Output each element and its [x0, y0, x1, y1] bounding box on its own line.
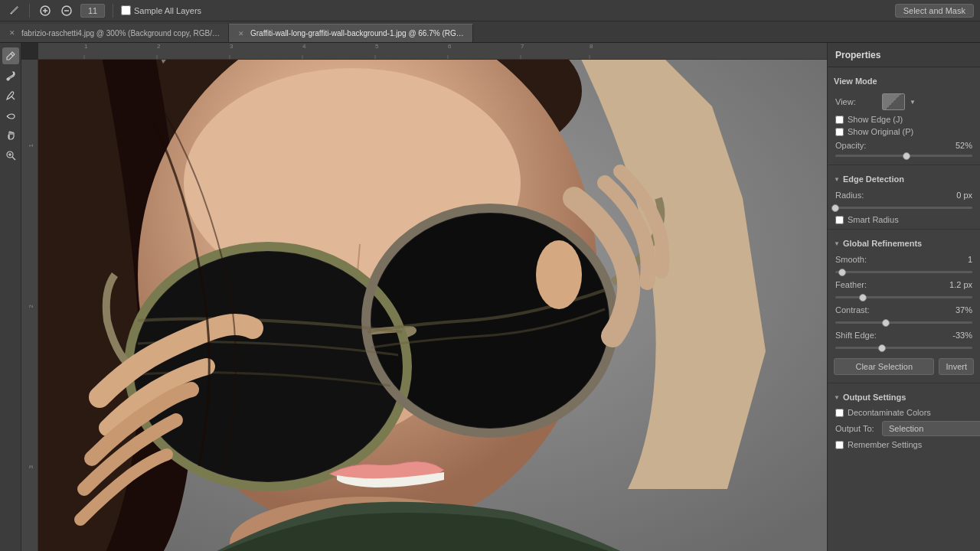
panel-header: Properties: [828, 43, 980, 67]
tools-sidebar: [0, 43, 21, 551]
show-edge-label: Show Edge (J): [848, 115, 903, 124]
svg-point-27: [134, 252, 402, 481]
show-original-row[interactable]: Show Original (P): [828, 126, 980, 138]
shift-edge-slider-container: [828, 342, 980, 354]
shift-edge-label: Shift Edge:: [835, 331, 877, 340]
divider-3: [828, 383, 980, 383]
edge-detection-header[interactable]: ▼ Edge Detection: [828, 170, 980, 188]
opacity-slider-container: [828, 150, 980, 161]
select-mask-button[interactable]: Select and Mask: [895, 4, 974, 18]
svg-point-6: [7, 78, 9, 80]
brush-tool-button[interactable]: [2, 47, 19, 64]
decontaminate-checkbox[interactable]: [835, 409, 844, 417]
mixer-brush-tool-button[interactable]: [2, 87, 19, 104]
edit-icon[interactable]: [6, 3, 21, 18]
view-thumbnail[interactable]: [882, 93, 905, 110]
show-original-checkbox[interactable]: [835, 128, 844, 136]
tab-1[interactable]: ✕ fabrizio-raschetti4.jpg @ 300% (Backgr…: [0, 24, 229, 42]
smooth-slider-track[interactable]: [835, 271, 972, 273]
remember-settings-label: Remember Settings: [848, 440, 922, 449]
main-area: 1 2 3 4 5 6 7 8: [0, 43, 980, 551]
contrast-row: Contrast: 37%: [828, 303, 980, 317]
show-edge-checkbox[interactable]: [835, 116, 844, 124]
remember-settings-checkbox[interactable]: [835, 441, 844, 449]
global-refinements-header[interactable]: ▼ Global Refinements: [828, 234, 980, 253]
view-row: View: ▼: [828, 90, 980, 113]
output-settings-label: Output Settings: [843, 393, 906, 402]
feather-slider-track[interactable]: [835, 296, 972, 298]
smart-radius-label: Smart Radius: [848, 215, 899, 224]
opacity-slider-track[interactable]: [835, 155, 972, 157]
hand-tool-button[interactable]: [2, 127, 19, 144]
divider-2: [828, 229, 980, 230]
canvas-area[interactable]: 1 2 3 4 5 6 7 8: [21, 43, 827, 551]
output-to-select[interactable]: Selection Layer Mask New Layer New Layer…: [882, 421, 980, 436]
smooth-slider-container: [828, 266, 980, 278]
sample-all-layers-label[interactable]: Sample All Layers: [121, 5, 201, 15]
top-toolbar: Sample All Layers Select and Mask: [0, 0, 980, 21]
tab-2-label: Graffiti-wall-long-graffiti-wall-backgro…: [250, 29, 465, 37]
radius-label: Radius:: [835, 191, 877, 200]
shift-edge-slider-track[interactable]: [835, 347, 972, 349]
remember-settings-row[interactable]: Remember Settings: [828, 439, 980, 451]
contrast-slider-thumb[interactable]: [882, 319, 890, 327]
divider-1: [828, 165, 980, 165]
smooth-value: 1: [968, 255, 972, 264]
tab-2[interactable]: ✕ Graffiti-wall-long-graffiti-wall-backg…: [229, 24, 473, 42]
opacity-slider-thumb[interactable]: [903, 152, 910, 160]
shift-edge-value: -33%: [952, 331, 972, 340]
zoom-tool-button[interactable]: [2, 147, 19, 164]
decontaminate-row[interactable]: Decontaminate Colors: [828, 406, 980, 419]
size-input[interactable]: [80, 4, 105, 18]
invert-button[interactable]: Invert: [939, 358, 974, 375]
radius-row: Radius: 0 px: [828, 188, 980, 202]
canvas-photo[interactable]: [38, 60, 827, 551]
svg-point-33: [536, 240, 582, 309]
feather-slider-thumb[interactable]: [859, 294, 867, 302]
feather-value: 1.2 px: [949, 280, 972, 289]
edge-detection-label: Edge Detection: [843, 174, 904, 184]
opacity-row: Opacity: 52%: [828, 138, 980, 150]
minus-icon[interactable]: [59, 3, 74, 18]
smart-radius-row[interactable]: Smart Radius: [828, 214, 980, 226]
toolbar-divider-2: [113, 4, 113, 18]
radius-slider-thumb[interactable]: [831, 204, 839, 212]
paint-brush-tool-button[interactable]: [2, 67, 19, 84]
photo-background: [38, 60, 827, 551]
view-dropdown-arrow[interactable]: ▼: [910, 99, 916, 106]
vertical-ruler: 1 2 3: [21, 60, 38, 551]
clear-selection-button[interactable]: Clear Selection: [834, 358, 934, 375]
contrast-slider-container: [828, 317, 980, 328]
action-buttons: Clear Selection Invert: [828, 354, 980, 380]
smooth-row: Smooth: 1: [828, 253, 980, 266]
sample-all-layers-checkbox[interactable]: [121, 5, 131, 15]
tab-2-close[interactable]: ✕: [237, 29, 246, 38]
smooth-slider-thumb[interactable]: [838, 269, 846, 276]
feather-slider-container: [828, 292, 980, 303]
feather-row: Feather: 1.2 px: [828, 278, 980, 292]
add-icon[interactable]: [38, 3, 53, 18]
view-label: View:: [835, 97, 877, 106]
output-to-row: Output To: Selection Layer Mask New Laye…: [828, 419, 980, 439]
global-refinements-label: Global Refinements: [843, 239, 922, 248]
contrast-value: 37%: [956, 305, 972, 315]
svg-line-7: [11, 96, 15, 99]
svg-line-5: [11, 54, 13, 56]
view-mode-header: View Mode: [828, 72, 980, 90]
show-edge-row[interactable]: Show Edge (J): [828, 113, 980, 126]
radius-slider-track[interactable]: [835, 207, 972, 209]
edge-detection-chevron: ▼: [834, 176, 840, 183]
radius-value: 0 px: [956, 191, 972, 200]
contrast-label: Contrast:: [835, 305, 877, 315]
output-settings-header[interactable]: ▼ Output Settings: [828, 388, 980, 406]
tab-1-close[interactable]: ✕: [8, 28, 17, 37]
feather-label: Feather:: [835, 280, 877, 289]
contrast-slider-track[interactable]: [835, 321, 972, 324]
tab-bar: ✕ fabrizio-raschetti4.jpg @ 300% (Backgr…: [0, 21, 980, 43]
smudge-tool-button[interactable]: [2, 107, 19, 124]
shift-edge-slider-thumb[interactable]: [878, 344, 886, 352]
smart-radius-checkbox[interactable]: [835, 216, 844, 224]
shift-edge-row: Shift Edge: -33%: [828, 328, 980, 342]
output-settings-chevron: ▼: [834, 394, 840, 401]
opacity-value: 52%: [956, 141, 972, 150]
